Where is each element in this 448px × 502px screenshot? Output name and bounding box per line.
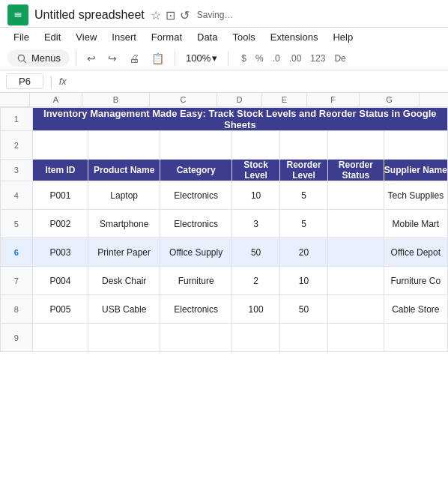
- table-row: 6 P003 Printer Paper Office Supply 50 20…: [1, 238, 448, 267]
- cell-category-7[interactable]: Furniture: [160, 267, 232, 295]
- cell-item-id-6[interactable]: P003: [32, 238, 88, 267]
- cell-e9[interactable]: [280, 324, 328, 352]
- cell-g9[interactable]: [384, 324, 447, 352]
- cell-supplier-7[interactable]: Furniture Co: [384, 267, 447, 295]
- table-row: 9: [1, 324, 448, 352]
- menu-extensions[interactable]: Extensions: [264, 29, 324, 45]
- header-reorder-status[interactable]: Reorder Status: [328, 160, 384, 181]
- cell-product-7[interactable]: Desk Chair: [88, 267, 160, 295]
- cell-reference[interactable]: P6: [6, 73, 43, 89]
- corner-cell: [0, 93, 30, 106]
- cell-product-8[interactable]: USB Cable: [88, 295, 160, 324]
- menu-help[interactable]: Help: [327, 29, 359, 45]
- cell-item-id-7[interactable]: P004: [32, 267, 88, 295]
- cell-reorder-5[interactable]: 5: [280, 210, 328, 238]
- cell-reorder-8[interactable]: 50: [280, 295, 328, 324]
- cell-category-5[interactable]: Electronics: [160, 210, 232, 238]
- cell-f9[interactable]: [328, 324, 384, 352]
- menu-insert[interactable]: Insert: [106, 29, 142, 45]
- col-header-e[interactable]: E: [262, 93, 307, 106]
- header-product-name[interactable]: Product Name: [88, 160, 160, 181]
- cell-item-id-5[interactable]: P002: [32, 210, 88, 238]
- title-cell[interactable]: Inventory Management Made Easy: Track St…: [32, 108, 447, 131]
- cell-supplier-8[interactable]: Cable Store: [384, 295, 447, 324]
- cell-reorder-6[interactable]: 20: [280, 238, 328, 267]
- cell-stock-8[interactable]: 100: [232, 295, 280, 324]
- cell-f2[interactable]: [328, 131, 384, 160]
- cell-category-4[interactable]: Electronics: [160, 181, 232, 210]
- cell-status-6[interactable]: [328, 238, 384, 267]
- cell-d2[interactable]: [232, 131, 280, 160]
- row-num-6: 6: [1, 238, 33, 267]
- cell-a9[interactable]: [32, 324, 88, 352]
- cell-item-id-8[interactable]: P005: [32, 295, 88, 324]
- cell-reorder-7[interactable]: 10: [280, 267, 328, 295]
- header-reorder-level[interactable]: Reorder Level: [280, 160, 328, 181]
- cell-e2[interactable]: [280, 131, 328, 160]
- cell-supplier-5[interactable]: Mobile Mart: [384, 210, 447, 238]
- col-header-f[interactable]: F: [307, 93, 360, 106]
- col-header-c[interactable]: C: [150, 93, 217, 106]
- star-icon[interactable]: ☆: [151, 8, 161, 22]
- redo-button[interactable]: ↪: [103, 50, 121, 67]
- cell-category-6[interactable]: Office Supply: [160, 238, 232, 267]
- cell-product-6[interactable]: Printer Paper: [88, 238, 160, 267]
- menu-view[interactable]: View: [70, 29, 103, 45]
- cell-stock-6[interactable]: 50: [232, 238, 280, 267]
- cell-status-4[interactable]: [328, 181, 384, 210]
- col-header-b[interactable]: B: [82, 93, 150, 106]
- header-item-id[interactable]: Item ID: [32, 160, 88, 181]
- col-header-g[interactable]: G: [360, 93, 420, 106]
- cell-stock-4[interactable]: 10: [232, 181, 280, 210]
- history-icon[interactable]: ↺: [180, 8, 190, 22]
- menu-file[interactable]: File: [7, 29, 35, 45]
- more-format-button[interactable]: De: [330, 52, 349, 65]
- cell-c9[interactable]: [160, 324, 232, 352]
- percent-button[interactable]: %: [252, 52, 267, 65]
- cell-status-5[interactable]: [328, 210, 384, 238]
- drive-icon[interactable]: ⊡: [166, 8, 175, 22]
- cell-product-4[interactable]: Laptop: [88, 181, 160, 210]
- spreadsheet-title: Untitled spreadsheet: [34, 8, 145, 22]
- cell-status-8[interactable]: [328, 295, 384, 324]
- menu-data[interactable]: Data: [191, 29, 223, 45]
- table-row: 3 Item ID Product Name Category Stock Le…: [1, 160, 448, 181]
- col-header-a[interactable]: A: [30, 93, 82, 106]
- copy-format-button[interactable]: 📋: [147, 50, 169, 67]
- cell-g2[interactable]: [384, 131, 447, 160]
- cell-b2[interactable]: [88, 131, 160, 160]
- currency-button[interactable]: $: [237, 52, 250, 65]
- cell-supplier-4[interactable]: Tech Supplies: [384, 181, 447, 210]
- cell-product-5[interactable]: Smartphone: [88, 210, 160, 238]
- title-bar: Untitled spreadsheet ☆ ⊡ ↺ Saving…: [0, 0, 448, 28]
- fx-label: fx: [59, 76, 67, 87]
- print-button[interactable]: 🖨: [124, 50, 144, 67]
- zoom-control[interactable]: 100% ▾: [181, 50, 222, 66]
- menu-edit[interactable]: Edit: [38, 29, 67, 45]
- cell-supplier-6[interactable]: Office Depot: [384, 238, 447, 267]
- cell-stock-7[interactable]: 2: [232, 267, 280, 295]
- cell-b9[interactable]: [88, 324, 160, 352]
- decimal-increase-button[interactable]: .00: [285, 52, 306, 65]
- toolbar-separator-1: [76, 51, 76, 66]
- menu-format[interactable]: Format: [145, 29, 188, 45]
- cell-c2[interactable]: [160, 131, 232, 160]
- col-header-d[interactable]: D: [217, 93, 262, 106]
- menu-tools[interactable]: Tools: [226, 29, 261, 45]
- cell-d9[interactable]: [232, 324, 280, 352]
- header-stock-level[interactable]: Stock Level: [232, 160, 280, 181]
- cell-stock-5[interactable]: 3: [232, 210, 280, 238]
- cell-item-id-4[interactable]: P001: [32, 181, 88, 210]
- cell-status-7[interactable]: [328, 267, 384, 295]
- header-supplier-name[interactable]: Supplier Name: [384, 160, 447, 181]
- cell-reorder-4[interactable]: 5: [280, 181, 328, 210]
- number-format-button[interactable]: 123: [306, 52, 329, 65]
- undo-button[interactable]: ↩: [82, 50, 100, 67]
- cell-a2[interactable]: [32, 131, 88, 160]
- title-icon-group: ☆ ⊡ ↺ Saving…: [151, 8, 234, 22]
- decimal-decrease-button[interactable]: .0: [269, 52, 284, 65]
- table-row: 1 Inventory Management Made Easy: Track …: [1, 108, 448, 131]
- header-category[interactable]: Category: [160, 160, 232, 181]
- menus-button[interactable]: Menus: [7, 49, 70, 67]
- cell-category-8[interactable]: Electronics: [160, 295, 232, 324]
